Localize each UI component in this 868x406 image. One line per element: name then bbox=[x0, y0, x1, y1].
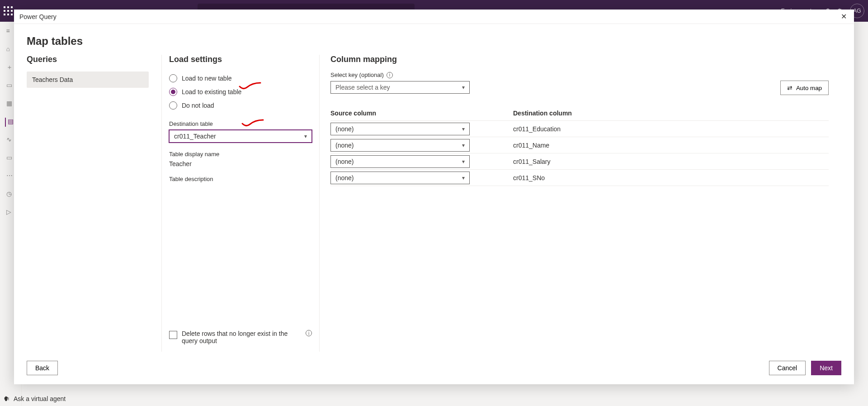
radio-icon bbox=[169, 101, 177, 110]
power-query-modal: Power Query ✕ Map tables Queries Teacher… bbox=[14, 10, 854, 384]
query-item[interactable]: Teachers Data bbox=[27, 72, 149, 88]
agent-icon: 🗣 bbox=[4, 395, 10, 402]
select-key-placeholder: Please select a key bbox=[335, 84, 390, 91]
svg-rect-0 bbox=[4, 6, 5, 8]
select-key-dropdown[interactable]: Please select a key ▾ bbox=[330, 81, 470, 94]
page-title: Map tables bbox=[27, 35, 841, 48]
auto-map-button[interactable]: ⇄ Auto map bbox=[780, 81, 829, 95]
dest-column-value: cr011_Education bbox=[513, 125, 561, 133]
delete-rows-label: Delete rows that no longer exist in the … bbox=[182, 330, 301, 344]
radio-load-existing[interactable]: Load to existing table bbox=[169, 88, 312, 96]
back-button[interactable]: Back bbox=[27, 361, 58, 375]
svg-rect-4 bbox=[7, 10, 9, 12]
svg-rect-7 bbox=[7, 14, 9, 15]
display-name-label: Table display name bbox=[169, 151, 312, 158]
source-column-value: (none) bbox=[335, 158, 354, 165]
queries-heading: Queries bbox=[27, 55, 149, 64]
mapping-table: Source column Destination column (none) … bbox=[330, 106, 829, 186]
dest-table-value: cr011_Teacher bbox=[174, 133, 216, 140]
cancel-button[interactable]: Cancel bbox=[769, 361, 806, 375]
automap-icon: ⇄ bbox=[787, 84, 793, 91]
tables-icon[interactable]: ▤ bbox=[5, 118, 14, 127]
dest-column-header: Destination column bbox=[513, 110, 572, 117]
table-row: (none) ▾ cr011_SNo bbox=[330, 170, 829, 186]
modal-footer: Back Cancel Next bbox=[14, 352, 854, 384]
column-mapping-panel: Column mapping Select key (optional) i P… bbox=[320, 55, 841, 352]
waffle-icon[interactable] bbox=[4, 6, 13, 15]
delete-rows-checkbox[interactable]: Delete rows that no longer exist in the … bbox=[169, 330, 312, 344]
source-column-select[interactable]: (none) ▾ bbox=[330, 155, 470, 168]
chevron-down-icon: ▾ bbox=[462, 175, 465, 181]
radio-load-new[interactable]: Load to new table bbox=[169, 74, 312, 82]
select-key-label: Select key (optional) bbox=[330, 72, 384, 78]
ask-agent-label: Ask a virtual agent bbox=[14, 395, 66, 402]
checkbox-icon bbox=[169, 331, 177, 339]
info-icon[interactable]: i bbox=[387, 72, 393, 78]
svg-rect-2 bbox=[11, 6, 13, 8]
radio-label: Load to existing table bbox=[182, 88, 241, 96]
svg-rect-5 bbox=[11, 10, 13, 12]
queries-panel: Queries Teachers Data bbox=[27, 55, 161, 352]
source-column-value: (none) bbox=[335, 142, 354, 149]
modal-header: Power Query ✕ bbox=[14, 10, 854, 24]
radio-icon bbox=[169, 88, 177, 96]
chevron-down-icon: ▾ bbox=[462, 158, 465, 165]
next-button[interactable]: Next bbox=[811, 361, 841, 375]
dest-column-value: cr011_SNo bbox=[513, 174, 545, 182]
table-row: (none) ▾ cr011_Salary bbox=[330, 153, 829, 170]
ask-virtual-agent[interactable]: 🗣 Ask a virtual agent bbox=[4, 395, 66, 402]
table-row: (none) ▾ cr011_Name bbox=[330, 137, 829, 153]
close-icon[interactable]: ✕ bbox=[839, 10, 849, 23]
source-column-select[interactable]: (none) ▾ bbox=[330, 123, 470, 135]
svg-rect-1 bbox=[7, 6, 9, 8]
source-column-select[interactable]: (none) ▾ bbox=[330, 172, 470, 184]
chevron-down-icon: ▾ bbox=[462, 142, 465, 148]
dest-table-select[interactable]: cr011_Teacher ▾ bbox=[169, 130, 312, 143]
radio-label: Do not load bbox=[182, 102, 214, 109]
column-mapping-heading: Column mapping bbox=[330, 55, 829, 64]
load-settings-panel: Load settings Load to new table Load to … bbox=[161, 55, 320, 352]
dest-column-value: cr011_Name bbox=[513, 142, 549, 149]
svg-rect-8 bbox=[11, 14, 13, 15]
chevron-down-icon: ▾ bbox=[462, 84, 465, 91]
radio-label: Load to new table bbox=[182, 75, 232, 82]
display-name-value: Teacher bbox=[169, 160, 312, 167]
source-column-header: Source column bbox=[330, 110, 513, 117]
svg-rect-6 bbox=[4, 14, 5, 15]
source-column-value: (none) bbox=[335, 125, 354, 133]
description-label: Table description bbox=[169, 176, 312, 182]
chevron-down-icon: ▾ bbox=[462, 126, 465, 132]
svg-rect-3 bbox=[4, 10, 5, 12]
dest-column-value: cr011_Salary bbox=[513, 158, 551, 165]
source-column-select[interactable]: (none) ▾ bbox=[330, 139, 470, 152]
load-settings-heading: Load settings bbox=[169, 55, 312, 64]
source-column-value: (none) bbox=[335, 174, 354, 182]
radio-do-not-load[interactable]: Do not load bbox=[169, 101, 312, 110]
info-icon[interactable]: i bbox=[306, 330, 312, 336]
chevron-down-icon: ▾ bbox=[304, 133, 307, 139]
table-row: (none) ▾ cr011_Education bbox=[330, 121, 829, 137]
auto-map-label: Auto map bbox=[796, 85, 822, 91]
radio-icon bbox=[169, 74, 177, 82]
dest-table-label: Destination table bbox=[169, 120, 312, 127]
modal-title: Power Query bbox=[19, 13, 57, 20]
